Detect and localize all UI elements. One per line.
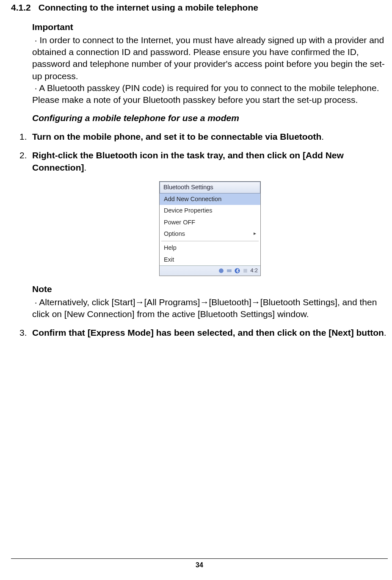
step-2-number: 2. [19,149,27,161]
note-bullet: · Alternatively, click [Start]→[All Prog… [32,296,388,320]
tray-icon-1 [218,268,224,273]
context-menu-header[interactable]: Bluetooth Settings [160,182,260,193]
step-2: 2. Right-click the Bluetooth icon in the… [19,149,388,320]
step-1: 1. Turn on the mobile phone, and set it … [19,131,388,143]
menu-item-add-new-connection[interactable]: Add New Connection [160,193,260,205]
context-menu-screenshot: Bluetooth Settings Add New Connection De… [32,181,388,276]
menu-item-help[interactable]: Help [160,242,260,254]
section-number: 4.1.2 [11,3,31,12]
footer-rule [11,558,388,559]
configuring-heading: Configuring a mobile telephone for use a… [32,112,388,124]
svg-point-0 [219,268,224,273]
step-3: 3. Confirm that [Express Mode] has been … [19,327,388,339]
step-2-tail: . [84,163,86,172]
steps-list: 1. Turn on the mobile phone, and set it … [19,131,388,339]
step-1-tail: . [321,132,324,141]
step-3-bold: Confirm that [Express Mode] has been sel… [32,328,384,337]
page-footer: 34 [11,558,388,570]
tray-icon-4 [243,268,248,273]
menu-separator [161,241,259,241]
system-tray: 4:2 [160,265,260,276]
note-text: Alternatively, click [Start]→[All Progra… [32,297,377,319]
step-2-bold: Right-click the Bluetooth icon in the ta… [32,150,344,172]
step-1-number: 1. [19,131,27,143]
important-label: Important [32,21,388,33]
page-number: 34 [11,561,388,570]
note-block: Note · Alternatively, click [Start]→[All… [32,283,388,320]
svg-rect-3 [243,269,247,273]
section-heading: 4.1.2Connecting to the internet using a … [11,2,388,14]
note-label: Note [32,283,388,295]
bluetooth-tray-icon[interactable] [235,268,240,273]
step-3-tail: . [384,328,386,337]
svg-rect-1 [227,269,232,272]
step-1-bold: Turn on the mobile phone, and set it to … [32,132,321,141]
menu-item-power-off[interactable]: Power OFF [160,217,260,229]
menu-item-device-properties[interactable]: Device Properties [160,205,260,217]
important-bullet-1: · In order to connect to the Internet, y… [32,34,388,82]
menu-item-options[interactable]: Options [160,228,260,240]
important-text-1: In order to connect to the Internet, you… [32,35,385,81]
important-bullet-2: · A Bluetooth passkey (PIN code) is requ… [32,82,388,106]
tray-clock: 4:2 [251,267,258,274]
section-title: Connecting to the internet using a mobil… [39,3,258,12]
context-menu: Bluetooth Settings Add New Connection De… [159,181,261,276]
important-block: Important · In order to connect to the I… [32,21,388,106]
menu-item-exit[interactable]: Exit [160,254,260,266]
important-text-2: A Bluetooth passkey (PIN code) is requir… [32,83,379,105]
step-3-number: 3. [19,327,27,339]
tray-icon-2 [226,268,232,273]
